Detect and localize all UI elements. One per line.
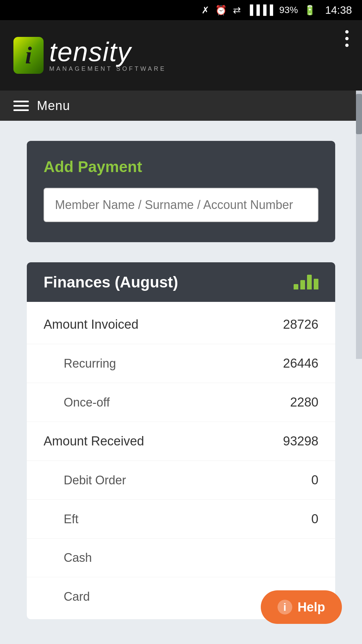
main-content: Add Payment Finances (August) Amount Inv…: [0, 121, 362, 639]
finance-label-debit-order: Debit Order: [44, 473, 126, 487]
help-label: Help: [298, 600, 325, 614]
menu-label: Menu: [37, 99, 70, 113]
finance-row-amount-received: Amount Received 93298: [27, 422, 335, 461]
finance-label-eft: Eft: [44, 512, 78, 526]
finance-value-amount-received: 93298: [283, 434, 318, 448]
finance-value-eft: 0: [311, 512, 318, 526]
add-payment-title: Add Payment: [44, 158, 318, 176]
bluetooth-icon: ✗: [201, 5, 209, 16]
dot-1: [345, 30, 349, 34]
finance-label-amount-received: Amount Received: [44, 434, 144, 448]
signal-icon: ▐▐▐▐: [247, 5, 273, 15]
help-button[interactable]: i Help: [261, 590, 342, 624]
finances-card: Finances (August) Amount Invoiced 28726 …: [27, 262, 335, 619]
dot-3: [345, 44, 349, 47]
finance-value-amount-invoiced: 28726: [283, 317, 318, 332]
scrollbar-thumb[interactable]: [356, 94, 362, 134]
top-header: i tensity MANAGEMENT SOFTWARE: [0, 20, 362, 91]
finance-row-cash: Cash: [27, 539, 335, 577]
status-bar: ✗ ⏰ ⇄ ▐▐▐▐ 93% 🔋 14:38: [0, 0, 362, 20]
finance-label-card: Card: [44, 590, 90, 604]
finance-value-recurring: 26446: [283, 356, 318, 371]
finance-value-once-off: 2280: [290, 395, 318, 410]
scrollbar[interactable]: [356, 91, 362, 359]
finance-row-eft: Eft 0: [27, 500, 335, 539]
logo: i tensity MANAGEMENT SOFTWARE: [13, 37, 166, 74]
logo-sub-text: MANAGEMENT SOFTWARE: [49, 65, 166, 72]
hamburger-icon[interactable]: [13, 101, 29, 111]
member-search-input[interactable]: [44, 188, 318, 222]
finances-body: Amount Invoiced 28726 Recurring 26446 On…: [27, 302, 335, 619]
finance-row-recurring: Recurring 26446: [27, 344, 335, 383]
logo-text-group: tensity MANAGEMENT SOFTWARE: [49, 39, 166, 72]
battery-icon: 🔋: [304, 5, 316, 16]
battery-percentage: 93%: [279, 5, 298, 15]
menu-bar[interactable]: Menu: [0, 91, 362, 121]
finances-title: Finances (August): [44, 273, 178, 291]
add-payment-card: Add Payment: [27, 141, 335, 242]
finance-label-amount-invoiced: Amount Invoiced: [44, 317, 138, 332]
finance-row-once-off: Once-off 2280: [27, 383, 335, 422]
chart-icon[interactable]: [294, 275, 318, 289]
dot-2: [345, 37, 349, 40]
finances-header: Finances (August): [27, 262, 335, 302]
finance-row-debit-order: Debit Order 0: [27, 461, 335, 500]
sync-icon: ⇄: [233, 5, 241, 16]
status-time: 14:38: [325, 4, 352, 16]
logo-i-letter: i: [25, 42, 32, 69]
finance-label-once-off: Once-off: [44, 395, 110, 410]
finance-row-amount-invoiced: Amount Invoiced 28726: [27, 305, 335, 344]
finance-label-recurring: Recurring: [44, 357, 116, 371]
hamburger-line-2: [13, 105, 29, 107]
status-icons: ✗ ⏰ ⇄ ▐▐▐▐ 93% 🔋 14:38: [201, 4, 352, 16]
finance-label-cash: Cash: [44, 551, 92, 565]
more-options-button[interactable]: [345, 30, 349, 47]
alarm-icon: ⏰: [215, 5, 227, 16]
logo-icon: i: [13, 37, 44, 74]
hamburger-line-3: [13, 109, 29, 111]
logo-tensity-text: tensity: [49, 39, 166, 65]
hamburger-line-1: [13, 101, 29, 102]
help-info-icon: i: [278, 600, 292, 614]
finance-value-debit-order: 0: [311, 473, 318, 487]
